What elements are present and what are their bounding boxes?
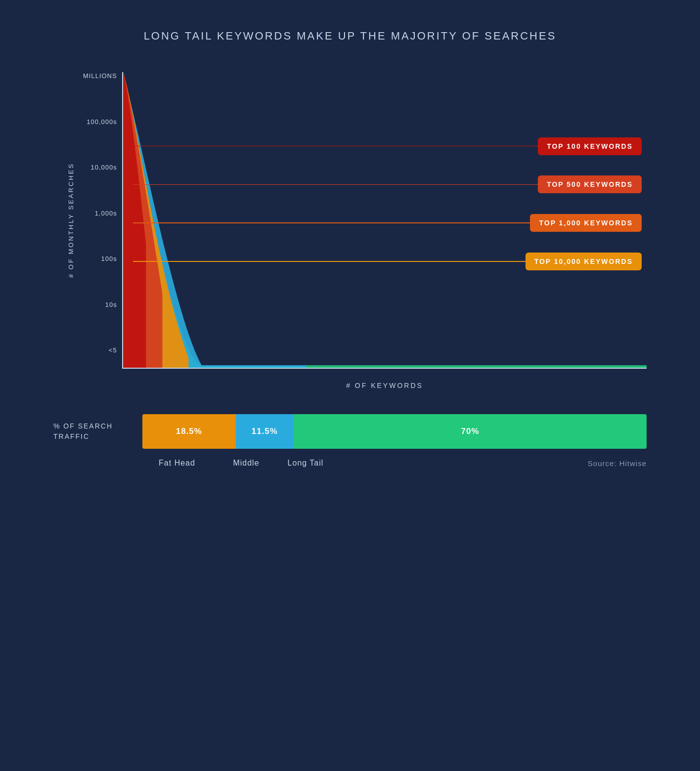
x-axis-label: # OF KEYWORDS (346, 382, 423, 389)
y-tick-0: <5 (83, 346, 117, 354)
bar-middle: 11.5% (236, 414, 294, 449)
chart-plot: TOP 100 KEYWORDS TOP 500 KEYWORDS TOP 1,… (122, 72, 647, 369)
bar-fat-head: 18.5% (142, 414, 236, 449)
y-tick-4: 10,000s (83, 164, 117, 171)
y-tick-2: 100s (83, 255, 117, 262)
y-axis-label: # OF MONTHLY SEARCHES (53, 72, 83, 369)
chart-title: LONG TAIL KEYWORDS MAKE UP THE MAJORITY … (144, 30, 557, 43)
legend-middle: Middle (226, 459, 266, 468)
y-tick-1: 10s (83, 301, 117, 308)
legend-fat-head: Fat Head (142, 459, 212, 468)
bar-long-tail: 70% (294, 414, 647, 449)
y-tick-3: 1,000s (83, 210, 117, 217)
y-tick-5: 100,000s (83, 118, 117, 126)
legend-row: Fat Head Middle Long Tail Source: Hitwis… (53, 459, 647, 468)
traffic-bar: 18.5% 11.5% 70% (142, 414, 647, 449)
legend-long-tail: Long Tail (281, 459, 330, 468)
source-text: Source: Hitwise (588, 459, 647, 468)
y-axis-ticks: <510s100s1,000s10,000s100,000sMILLIONS (83, 72, 122, 369)
y-tick-6: MILLIONS (83, 72, 117, 80)
traffic-label: % OF SEARCH TRAFFIC (53, 421, 142, 442)
